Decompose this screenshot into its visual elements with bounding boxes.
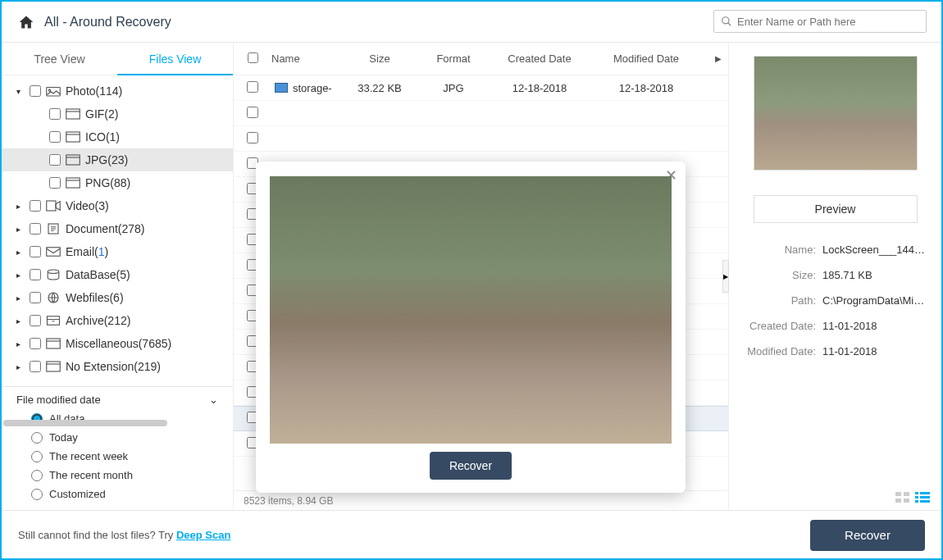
tab-tree-view[interactable]: Tree View (2, 43, 117, 75)
label-created: Created Date: (742, 320, 816, 332)
label-name: Name: (742, 244, 816, 256)
checkbox-misc[interactable] (30, 338, 41, 349)
footer: Still cannot find the lost files? Try De… (2, 510, 941, 559)
tree-label: Webfiles(6) (66, 291, 124, 304)
tree-node-gif[interactable]: GIF(2) (2, 102, 233, 125)
col-header-name[interactable]: Name (265, 52, 339, 65)
checkbox-archive[interactable] (30, 315, 41, 326)
checkbox-document[interactable] (30, 223, 41, 234)
preview-button[interactable]: Preview (754, 195, 918, 223)
footer-hint: Still cannot find the lost files? Try De… (18, 529, 230, 541)
panel-collapse-handle[interactable]: ▶ (722, 260, 729, 293)
app-title: All - Around Recovery (44, 15, 171, 30)
tree-node-misc[interactable]: ▸Miscellaneous(7685) (2, 332, 233, 355)
tree-node-png[interactable]: PNG(88) (2, 171, 233, 194)
row-checkbox[interactable] (247, 107, 258, 118)
checkbox-photo[interactable] (30, 85, 41, 97)
radio-week[interactable] (31, 451, 43, 462)
search-box[interactable] (713, 10, 927, 33)
search-input[interactable] (737, 16, 919, 28)
view-tabs: Tree View Files View (2, 43, 233, 75)
filter-opt-month[interactable]: The recent month (16, 466, 218, 485)
label-size: Size: (742, 269, 816, 281)
tree-label: DataBase(5) (66, 268, 130, 281)
preview-panel: ▶ Preview Name:LockScreen___1440_09... S… (728, 43, 941, 510)
chevron-down-icon: ⌄ (209, 394, 218, 406)
tree-node-webfiles[interactable]: ▸Webfiles(6) (2, 286, 233, 309)
checkbox-ico[interactable] (49, 131, 61, 143)
cell-name: storage- (293, 82, 332, 94)
tree-label: Archive(212) (66, 314, 130, 327)
cell-created: 12-18-2018 (486, 82, 593, 94)
value-name: LockScreen___1440_09... (822, 244, 928, 256)
cell-format: JPG (421, 82, 486, 94)
radio-month[interactable] (31, 470, 43, 481)
svg-rect-24 (904, 492, 909, 496)
tree-label: Document(278) (66, 222, 145, 235)
tree-node-video[interactable]: ▸Video(3) (2, 194, 233, 217)
table-row[interactable]: storage-33.22 KBJPG12-18-201812-18-2018 (234, 75, 728, 101)
tree-label: No Extension(219) (66, 360, 161, 373)
svg-point-9 (48, 89, 50, 91)
table-row[interactable] (234, 126, 728, 152)
tree-node-database[interactable]: ▸DataBase(5) (2, 263, 233, 286)
grid-view-icon[interactable] (895, 492, 910, 503)
main-area: Tree View Files View ▾Photo(114) GIF(2) … (2, 43, 941, 510)
filter-opt-week[interactable]: The recent week (16, 447, 218, 466)
col-header-created[interactable]: Created Date (486, 52, 593, 65)
filter-title: File modified date (16, 394, 101, 406)
sidebar: Tree View Files View ▾Photo(114) GIF(2) … (2, 43, 234, 510)
checkbox-email[interactable] (30, 246, 41, 257)
svg-rect-16 (47, 248, 61, 257)
checkbox-database[interactable] (30, 269, 41, 280)
radio-today[interactable] (31, 432, 43, 444)
svg-rect-20 (47, 339, 61, 348)
svg-rect-29 (915, 496, 918, 499)
label-modified: Modified Date: (742, 345, 816, 357)
tree-node-photo[interactable]: ▾Photo(114) (2, 80, 233, 102)
filter-toggle[interactable]: File modified date⌄ (16, 394, 218, 409)
tree-node-archive[interactable]: ▸Archive(212) (2, 309, 233, 332)
tree-node-document[interactable]: ▸Document(278) (2, 217, 233, 240)
checkbox-video[interactable] (30, 200, 41, 212)
value-size: 185.71 KB (822, 269, 928, 281)
svg-rect-21 (47, 362, 61, 371)
radio-custom[interactable] (31, 489, 43, 500)
col-header-size[interactable]: Size (339, 52, 421, 65)
svg-rect-25 (895, 499, 901, 503)
tree-label: Video(3) (66, 199, 109, 212)
cell-modified: 12-18-2018 (593, 82, 699, 94)
checkbox-webfiles[interactable] (30, 292, 41, 303)
tree-label: GIF(2) (85, 107, 118, 121)
tree-node-ico[interactable]: ICO(1) (2, 125, 233, 148)
list-view-icon[interactable] (915, 492, 930, 503)
home-icon[interactable] (18, 14, 34, 30)
tree-label: JPG(23) (85, 153, 128, 166)
col-header-format[interactable]: Format (421, 52, 486, 65)
svg-rect-26 (904, 499, 909, 503)
svg-point-17 (48, 270, 59, 274)
row-checkbox[interactable] (247, 81, 258, 93)
sort-arrow-icon[interactable]: ▶ (715, 54, 728, 63)
table-row[interactable] (234, 101, 728, 126)
checkbox-select-all[interactable] (248, 52, 258, 63)
deep-scan-link[interactable]: Deep Scan (176, 529, 230, 541)
checkbox-noext[interactable] (30, 361, 41, 372)
svg-rect-11 (66, 132, 80, 142)
tree-node-email[interactable]: ▸Email(1) (2, 240, 233, 263)
modal-recover-button[interactable]: Recover (430, 452, 512, 480)
checkbox-jpg[interactable] (49, 154, 61, 166)
tree-node-jpg[interactable]: JPG(23) (2, 148, 233, 171)
col-header-modified[interactable]: Modified Date (593, 52, 699, 65)
recover-button[interactable]: Recover (810, 520, 925, 551)
filter-opt-today[interactable]: Today (16, 428, 218, 447)
filter-opt-custom[interactable]: Customized (16, 485, 218, 503)
svg-rect-28 (920, 492, 930, 494)
tree-node-noext[interactable]: ▸No Extension(219) (2, 355, 233, 378)
checkbox-png[interactable] (49, 177, 61, 189)
tab-files-view[interactable]: Files View (117, 43, 233, 75)
svg-rect-10 (66, 109, 80, 119)
checkbox-gif[interactable] (49, 108, 61, 120)
view-mode-toggle (895, 492, 930, 503)
row-checkbox[interactable] (247, 132, 258, 143)
